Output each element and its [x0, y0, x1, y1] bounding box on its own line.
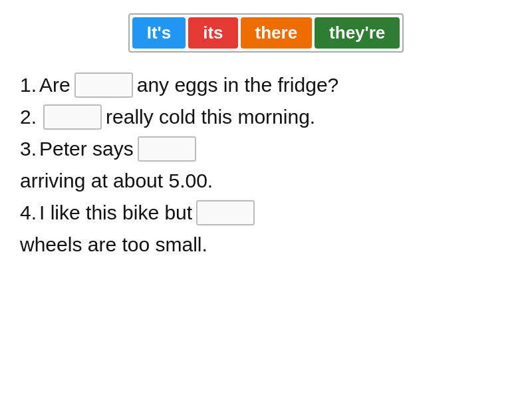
- blank-box-0-1[interactable]: [74, 72, 133, 98]
- sentence-row-1: 2. really cold this morning.: [20, 103, 512, 131]
- sentence-text-0-2: any eggs in the fridge?: [137, 71, 339, 99]
- page: It'sitstherethey're 1. Are any eggs in t…: [0, 0, 532, 399]
- sentence-text-0-0: Are: [39, 71, 70, 99]
- word-chip-chip-theyre[interactable]: they're: [315, 17, 400, 49]
- sentence-text-1-1: really cold this morning.: [106, 103, 315, 131]
- word-chip-chip-its[interactable]: its: [188, 17, 237, 49]
- word-bank: It'sitstherethey're: [128, 13, 404, 53]
- word-chip-chip-there[interactable]: there: [241, 17, 313, 49]
- sentence-row-5: wheels are too small.: [20, 231, 512, 259]
- sentence-num-1: 2.: [20, 103, 37, 131]
- sentence-text-5-0: wheels are too small.: [20, 231, 207, 259]
- sentence-num-0: 1.: [20, 71, 37, 99]
- sentence-row-3: arriving at about 5.00.: [20, 167, 512, 195]
- sentence-row-4: 4. I like this bike but: [20, 199, 512, 227]
- sentence-text-2-0: Peter says: [39, 135, 134, 163]
- blank-box-1-0[interactable]: [43, 104, 102, 130]
- sentence-text-3-0: arriving at about 5.00.: [20, 167, 213, 195]
- sentence-num-4: 4.: [20, 199, 37, 227]
- sentences-container: 1. Are any eggs in the fridge?2. really …: [20, 71, 512, 259]
- word-chip-chip-its-contraction[interactable]: It's: [132, 17, 186, 49]
- sentence-num-2: 3.: [20, 135, 37, 163]
- sentence-row-0: 1. Are any eggs in the fridge?: [20, 71, 512, 99]
- sentence-row-2: 3. Peter says: [20, 135, 512, 163]
- sentence-text-4-0: I like this bike but: [39, 199, 192, 227]
- blank-box-2-1[interactable]: [138, 136, 196, 162]
- blank-box-4-1[interactable]: [196, 200, 255, 225]
